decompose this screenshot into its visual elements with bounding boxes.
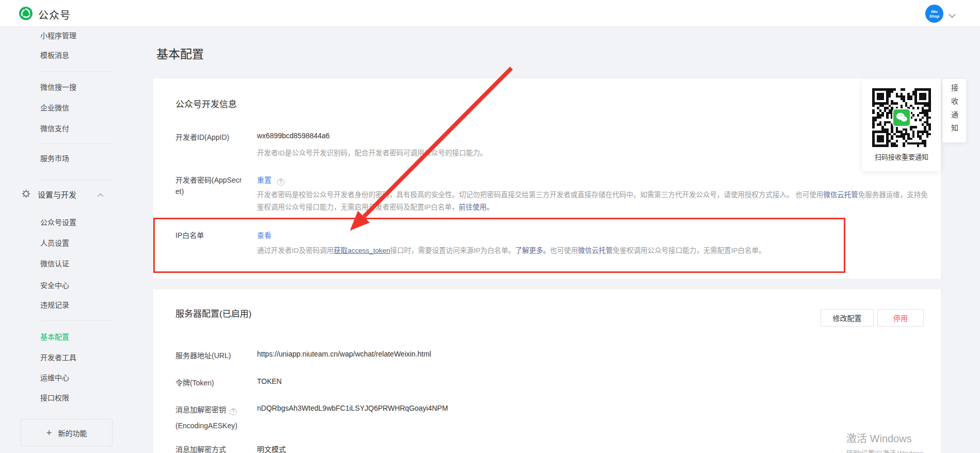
sidebar-item-wechat-verify[interactable]: 微信认证 (40, 258, 69, 268)
chevron-down-icon[interactable] (949, 11, 956, 20)
appsecret-actions: 重置 ? (257, 174, 284, 186)
sidebar-item-security-center[interactable]: 安全中心 (40, 280, 69, 290)
disable-button[interactable]: 停用 (877, 309, 924, 327)
developer-info-card: 公众号开发信息 开发者ID(AppID) wx6899bcd8598844a6 … (153, 78, 941, 279)
aeskey-label-line2: (EncodingAESKey) (175, 420, 237, 431)
ip-whitelist-label: IP白名单 (175, 230, 204, 241)
server-config-card: 服务器配置(已启用) 修改配置 停用 服务器地址(URL) https://un… (153, 289, 941, 453)
ip-desc-text: 也可使用 (550, 247, 578, 254)
receive-notification-tab[interactable]: 接收通知 (942, 79, 966, 142)
server-url-label: 服务器地址(URL) (175, 350, 231, 361)
sidebar-item-staff-settings[interactable]: 人员设置 (40, 237, 69, 248)
wechat-official-logo-icon (19, 6, 33, 23)
get-access-token-link[interactable]: 获取access_token (334, 247, 391, 254)
sidebar-item-basic-config[interactable]: 基本配置 (40, 331, 69, 342)
encrypt-mode-value: 明文模式 (257, 444, 286, 453)
sidebar-item-service-market[interactable]: 服务市场 (40, 153, 69, 163)
view-ip-whitelist-link[interactable]: 查看 (257, 231, 271, 239)
learn-more-link[interactable]: 了解更多。 (515, 247, 550, 254)
windows-activation-watermark: 激活 Windows 转到“设置”以激活 Windows。 (846, 430, 930, 453)
sidebar-section-settings-dev[interactable]: 设置与开发 (22, 189, 104, 200)
receive-notification-label: 接收通知 (949, 84, 959, 138)
watermark-line2: 转到“设置”以激活 Windows。 (846, 448, 930, 453)
token-label: 令牌(Token) (175, 377, 214, 389)
plus-icon: + (46, 427, 52, 439)
appid-value: wx6899bcd8598844a6 (257, 132, 330, 140)
ip-desc-text: 接口时，需要设置访问来源IP为白名单。 (390, 247, 515, 254)
sidebar-divider (40, 71, 113, 72)
appid-desc: 开发者ID是公众号开发识别码，配合开发者密码可调用公众号的接口能力。 (257, 147, 487, 159)
cloud-hosting-link[interactable]: 微信云托管 (578, 247, 613, 254)
sidebar-divider (40, 320, 113, 321)
account-avatar[interactable]: Niu Shop (925, 5, 943, 23)
sidebar-item-ops-center[interactable]: 运维中心 (40, 372, 69, 382)
app-root: 公众号 Niu Shop 小程序管理 模板消息 微信搜一搜 企业微信 微信支付 … (0, 0, 980, 453)
appsecret-label: 开发者密码(AppSecret) (175, 174, 244, 197)
avatar-text-line1: Niu (931, 9, 938, 14)
ip-desc-text: 免鉴权调用公众号接口能力，无需配置IP白名单。 (613, 247, 765, 254)
appsecret-desc: 开发者密码是校验公众号开发者身份的密码，具有极高的安全性。切记勿把密码直接交给第… (257, 189, 928, 214)
encrypt-mode-label: 消息加解密方式 (175, 444, 226, 453)
avatar-text-line2: Shop (929, 14, 940, 19)
qr-code (872, 88, 931, 147)
sidebar-divider (40, 143, 113, 144)
top-navbar: 公众号 Niu Shop (0, 0, 980, 27)
sidebar-item-miniprogram[interactable]: 小程序管理 (40, 30, 76, 40)
modify-config-button[interactable]: 修改配置 (821, 309, 874, 327)
aeskey-label: 消息加解密密钥? (EncodingAESKey) (175, 404, 237, 431)
qr-caption: 扫码接收重要通知 (875, 152, 928, 161)
aeskey-label-text: 消息加解密密钥 (175, 406, 226, 414)
ip-desc-text: 通过开发者ID及密码调用 (257, 247, 334, 254)
sidebar-divider (40, 180, 113, 180)
appid-label: 开发者ID(AppID) (175, 132, 229, 143)
server-config-title: 服务器配置(已启用) (175, 306, 251, 319)
brand-name: 公众号 (38, 7, 71, 22)
notification-qr-card: 扫码接收重要通知 (862, 79, 941, 171)
sidebar-section-label: 设置与开发 (38, 189, 76, 200)
sidebar-item-account-settings[interactable]: 公众号设置 (40, 217, 76, 227)
ip-whitelist-actions: 查看 (257, 230, 271, 240)
new-feature-label: 新的功能 (58, 428, 87, 438)
reset-appsecret-link[interactable]: 重置 (257, 176, 271, 184)
developer-info-title: 公众号开发信息 (175, 97, 237, 110)
help-icon[interactable]: ? (230, 408, 237, 415)
appsecret-desc-text: 开发者密码是校验公众号开发者身份的密码，具有极高的安全性。切记勿把密码直接交给第… (257, 191, 823, 199)
aeskey-value: nDQRbgsAh3WtedL9wbFC1iLSYJQ6PRWHRqGoayi4… (257, 404, 448, 412)
new-feature-button[interactable]: + 新的功能 (21, 419, 113, 446)
sidebar-item-violation-record[interactable]: 违规记录 (40, 299, 69, 310)
sidebar-item-template-msg[interactable]: 模板消息 (40, 50, 69, 60)
cloud-hosting-link[interactable]: 微信云托管 (823, 191, 858, 199)
sidebar-item-api-permission[interactable]: 接口权限 (40, 392, 69, 402)
server-url-value: https://uniapp.niuteam.cn/wap/wchat/rela… (257, 350, 431, 358)
gear-icon (22, 189, 30, 200)
go-use-link[interactable]: 前往使用。 (459, 203, 494, 211)
sidebar-item-search[interactable]: 微信搜一搜 (40, 82, 76, 92)
chevron-up-icon[interactable] (97, 190, 104, 199)
watermark-line1: 激活 Windows (846, 430, 930, 445)
page-title: 基本配置 (156, 44, 204, 62)
sidebar-item-wepay[interactable]: 微信支付 (40, 123, 69, 133)
brand: 公众号 (19, 6, 71, 23)
token-value: TOKEN (257, 377, 282, 385)
ip-whitelist-desc: 通过开发者ID及密码调用获取access_token接口时，需要设置访问来源IP… (257, 245, 928, 257)
sidebar-item-dev-tools[interactable]: 开发者工具 (40, 352, 76, 362)
sidebar-item-wecom[interactable]: 企业微信 (40, 102, 69, 112)
wechat-icon (892, 108, 911, 127)
help-icon[interactable]: ? (277, 179, 284, 186)
